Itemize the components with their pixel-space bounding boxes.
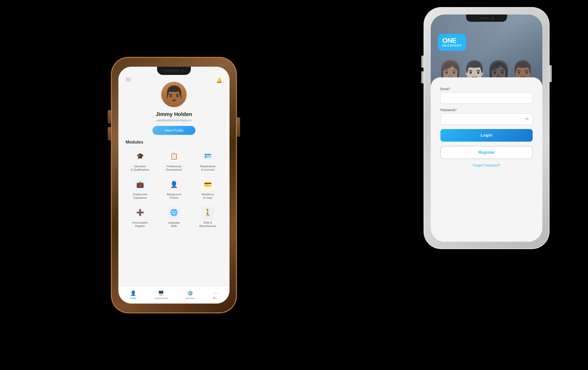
nav-profile[interactable]: 👤 Profile: [130, 290, 136, 300]
view-profile-button[interactable]: View Profile: [152, 126, 196, 135]
register-button[interactable]: Register: [441, 146, 533, 159]
employment-icon: 💼: [134, 178, 147, 191]
power-button[interactable]: [237, 117, 240, 137]
hero-area: 👩🏽👨🏻👩🏿👨🏾 ONE PASSPORT: [431, 14, 542, 87]
hero-people: 👩🏽👨🏻👩🏿👨🏾: [431, 14, 542, 87]
left-phone-frame: 🔔 Jimmy Holden sandbox@surecomply.co Vie…: [111, 57, 237, 313]
avatar-image: [161, 82, 187, 107]
left-screen-content: Jimmy Holden sandbox@surecomply.co View …: [118, 67, 230, 304]
left-phone-screen: 🔔 Jimmy Holden sandbox@surecomply.co Vie…: [118, 67, 230, 304]
forgot-password-link[interactable]: Forgot Password?: [441, 163, 533, 167]
menu-icon[interactable]: [126, 78, 131, 81]
email-input-wrapper: [441, 92, 533, 104]
face-id: [479, 17, 489, 19]
left-phone: 🔔 Jimmy Holden sandbox@surecomply.co Vie…: [104, 0, 244, 370]
services-nav-icon: ⚙️: [187, 290, 193, 296]
user-email: sandbox@surecomply.co: [156, 118, 191, 122]
module-registrations-label: Registrations& Licences: [200, 165, 215, 172]
module-education[interactable]: 🎓 Education& Qualifications: [124, 147, 156, 173]
toggle-password-icon[interactable]: 👁: [525, 116, 529, 122]
module-education-label: Education& Qualifications: [131, 165, 149, 172]
bottom-navigation: 👤 Profile 🖥️ Connections ⚙️ Services ···…: [118, 286, 230, 304]
nav-more-label: Mo...: [213, 297, 218, 299]
right-phone-frame: 👩🏽👨🏻👩🏿👨🏾 ONE PASSPORT Email*: [424, 7, 549, 249]
profile-nav-icon: 👤: [130, 290, 136, 296]
email-label: Email*: [441, 87, 533, 91]
notch: [157, 67, 191, 75]
module-background-label: BackgroundChecks: [167, 193, 181, 200]
modules-grid: 🎓 Education& Qualifications 📋 Profession…: [123, 147, 225, 230]
user-name: Jimmy Holden: [156, 111, 192, 117]
module-skills-label: Skills &Miscellaneous: [199, 221, 216, 228]
registrations-icon: 🪪: [201, 150, 214, 163]
professional-icon: 📋: [168, 150, 180, 163]
more-nav-icon: ···: [214, 290, 218, 296]
password-label: Password*: [441, 108, 533, 112]
front-camera: [491, 17, 494, 20]
nav-profile-label: Profile: [130, 297, 136, 300]
logo-one-text: ONE: [442, 37, 456, 44]
modules-title: Modules: [123, 140, 143, 145]
nav-connections-label: Connections: [154, 297, 168, 300]
right-phone-screen: 👩🏽👨🏻👩🏿👨🏾 ONE PASSPORT Email*: [431, 14, 542, 242]
module-background[interactable]: 👤 BackgroundChecks: [158, 175, 190, 201]
residency-icon: 💳: [201, 178, 214, 191]
nav-connections[interactable]: 🖥️ Connections: [154, 290, 168, 300]
one-passport-logo: ONE PASSPORT: [438, 34, 466, 51]
module-professional[interactable]: 📋 ProfessionalDevelopment: [158, 147, 190, 173]
login-button[interactable]: Login: [441, 129, 533, 142]
notification-bell-icon[interactable]: 🔔: [216, 77, 222, 83]
right-volume-up-button[interactable]: [421, 56, 424, 68]
password-input[interactable]: [441, 113, 533, 125]
email-required: *: [449, 87, 451, 91]
nav-more[interactable]: ··· Mo...: [213, 290, 218, 299]
module-registrations[interactable]: 🪪 Registrations& Licences: [192, 147, 224, 173]
logo-passport-text: PASSPORT: [442, 44, 462, 47]
immunisation-icon: ➕: [134, 206, 147, 219]
module-residency-label: Residency& Visas: [201, 193, 214, 200]
password-required: *: [456, 108, 457, 112]
module-language-label: LanguageSkills: [168, 221, 180, 228]
password-group: Password* 👁: [441, 108, 533, 125]
language-icon: 🌐: [168, 206, 180, 219]
module-residency[interactable]: 💳 Residency& Visas: [192, 175, 224, 201]
nav-services[interactable]: ⚙️ Services: [186, 290, 195, 300]
module-skills[interactable]: 🚶 Skills &Miscellaneous: [192, 203, 224, 230]
module-immunisation[interactable]: ➕ ImmunisationRegister: [124, 203, 156, 230]
volume-up-button[interactable]: [108, 110, 111, 124]
right-screen-content: 👩🏽👨🏻👩🏿👨🏾 ONE PASSPORT Email*: [431, 14, 542, 242]
nav-services-label: Services: [186, 297, 195, 300]
module-employment[interactable]: 💼 EmploymentExperience: [124, 175, 156, 201]
education-icon: 🎓: [134, 150, 147, 163]
skills-icon: 🚶: [201, 206, 214, 219]
password-input-wrapper: 👁: [441, 113, 533, 125]
login-form: Email* Password* 👁: [431, 77, 542, 242]
right-notch: [466, 14, 507, 22]
module-language[interactable]: 🌐 LanguageSkills: [158, 203, 190, 230]
background-icon: 👤: [168, 178, 180, 191]
module-immunisation-label: ImmunisationRegister: [132, 221, 148, 228]
email-input[interactable]: [441, 92, 533, 104]
connections-nav-icon: 🖥️: [158, 290, 164, 296]
email-group: Email*: [441, 87, 533, 104]
avatar: [161, 81, 187, 108]
camera: [181, 70, 183, 72]
module-employment-label: EmploymentExperience: [133, 193, 147, 200]
right-power-button[interactable]: [549, 65, 552, 82]
right-phone: 👩🏽👨🏻👩🏿👨🏾 ONE PASSPORT Email*: [424, 7, 549, 249]
right-volume-down-button[interactable]: [421, 71, 424, 83]
module-professional-label: ProfessionalDevelopment: [166, 165, 182, 172]
speaker: [165, 70, 179, 72]
volume-down-button[interactable]: [108, 127, 111, 140]
